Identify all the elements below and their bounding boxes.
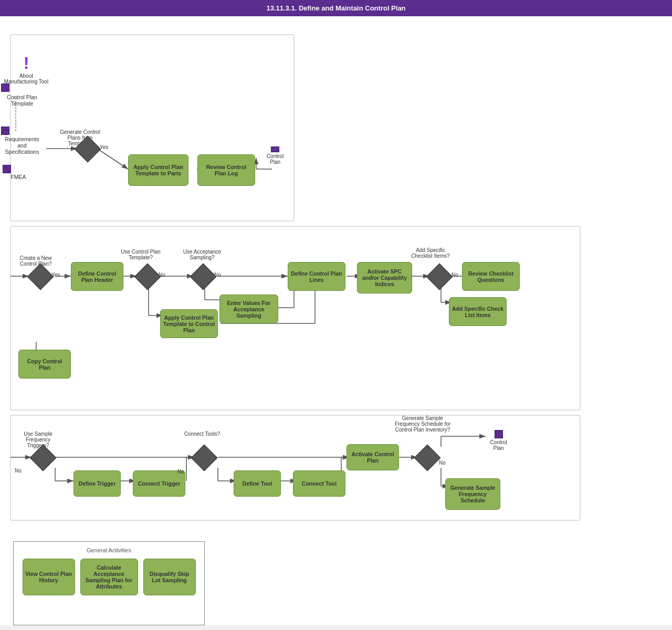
no-label2: No: [214, 272, 221, 278]
general-activities-title: General Activities: [19, 547, 199, 553]
enter-values-acceptance[interactable]: Enter Values For Acceptance Sampling: [219, 295, 278, 323]
create-new-diamond: [30, 267, 50, 287]
no-label-triggers: No: [15, 468, 22, 474]
control-plan-icon-bottom: [495, 430, 503, 438]
header: 13.11.3.1. Define and Maintain Control P…: [0, 0, 672, 16]
review-control-plan-log[interactable]: Review Control Plan Log: [197, 154, 255, 186]
apply-template-control-plan[interactable]: Apply Control Plan Template to Control P…: [160, 309, 218, 338]
use-template-label: Use Control Plan Template?: [120, 249, 162, 260]
define-control-plan-header[interactable]: Define Control Plan Header: [71, 262, 123, 291]
add-checklist-label: Add Specific Checklist Items?: [410, 247, 452, 259]
yes-label-create: Yes: [51, 272, 60, 278]
use-triggers-diamond: [33, 448, 53, 468]
view-control-plan-history[interactable]: View Control Plan History: [23, 559, 75, 595]
create-new-label: Create a New Control Plan?: [15, 255, 57, 267]
fmea-icon: [3, 165, 11, 173]
no-label-tools: No: [177, 469, 184, 475]
control-plan-output-bottom: Control Plan: [484, 428, 513, 452]
req-spec-label: Requirements and Specifications: [1, 136, 43, 155]
control-plan-output-top: Control Plan: [262, 146, 288, 165]
use-template-diamond: [138, 267, 158, 287]
connect-tool[interactable]: Connect Tool: [293, 470, 345, 497]
control-plan-template-label: Control Plan Template: [1, 94, 43, 107]
control-plan-icon-top: [271, 146, 279, 152]
add-checklist-items[interactable]: Add Specific Check List Items: [449, 297, 507, 326]
fmea-label: FMEA: [3, 174, 34, 180]
define-trigger[interactable]: Define Trigger: [74, 470, 121, 497]
yes-label-generate: Yes: [100, 144, 108, 150]
generate-diamond: [78, 139, 98, 159]
svg-line-2: [97, 149, 128, 169]
add-checklist-diamond: [429, 267, 449, 287]
svg-rect-7: [10, 35, 294, 221]
use-triggers-label: Use Sample Frequency Triggers?: [16, 431, 60, 448]
no-label1: No: [159, 272, 165, 278]
generate-sample-frequency-schedule[interactable]: Generate Sample Frequency Schedule: [445, 478, 500, 510]
no-label-gen: No: [439, 460, 446, 466]
apply-template-parts[interactable]: Apply Control Plan Template to Parts: [128, 154, 188, 186]
calculate-acceptance-sampling[interactable]: Calculate Acceptance Sampling Plan for A…: [80, 559, 138, 595]
gen-sample-question-label: Generate Sample Frequency Schedule for C…: [394, 415, 452, 433]
connect-tools-diamond: [194, 448, 214, 468]
about-tool-label: About Manufacturing Tool: [3, 73, 50, 85]
gen-sample-diamond: [417, 448, 437, 468]
use-acceptance-diamond: [193, 267, 213, 287]
define-tool[interactable]: Define Tool: [234, 470, 281, 497]
about-manufacturing-tool: ! About Manufacturing Tool: [3, 45, 50, 92]
req-spec-icon: [1, 127, 9, 135]
connect-tools-label: Connect Tools?: [181, 431, 223, 437]
review-checklist-questions[interactable]: Review Checklist Questions: [462, 262, 520, 291]
define-control-plan-lines[interactable]: Define Control Plan Lines: [288, 262, 345, 291]
use-acceptance-label: Use Acceptance Sampling?: [181, 249, 223, 260]
activate-spc[interactable]: Activate SPC and/or Capability Indices: [357, 262, 412, 293]
copy-control-plan[interactable]: Copy Control Plan: [18, 350, 71, 379]
activate-control-plan[interactable]: Activate Control Plan: [346, 444, 399, 470]
disqualify-skip-lot[interactable]: Disqualify Skip Lot Sampling: [143, 559, 196, 595]
control-plan-template-icon: [1, 83, 9, 92]
general-activities-box: General Activities View Control Plan His…: [13, 541, 205, 625]
header-title: 13.11.3.1. Define and Maintain Control P…: [266, 4, 405, 12]
no-label3: No: [452, 272, 458, 278]
